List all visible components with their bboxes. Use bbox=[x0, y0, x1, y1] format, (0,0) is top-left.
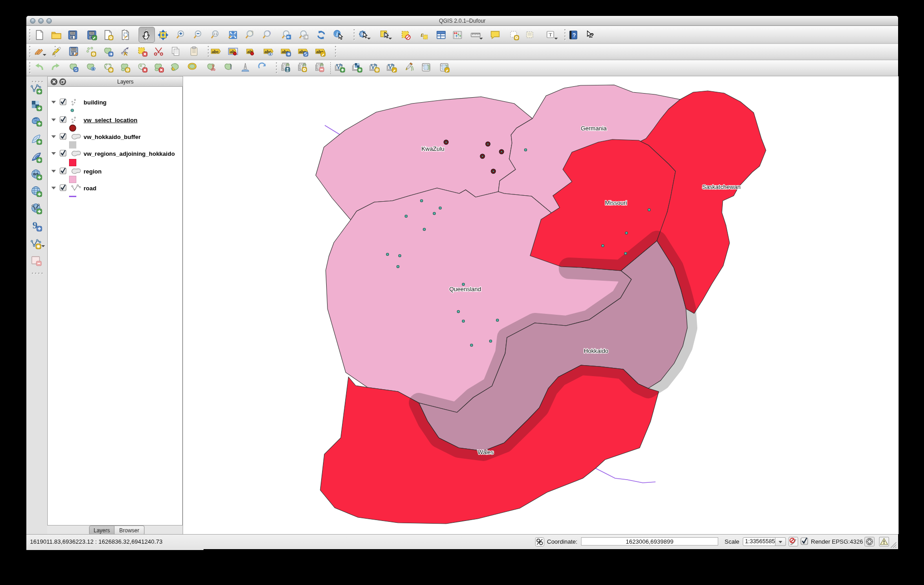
svg-text:abc: abc bbox=[212, 50, 219, 54]
svg-text:?: ? bbox=[572, 32, 576, 39]
svg-text:ε: ε bbox=[421, 31, 424, 38]
svg-text:Missouri: Missouri bbox=[605, 199, 627, 206]
svg-text:Saskatchewan: Saskatchewan bbox=[702, 183, 741, 190]
svg-text:Queensland: Queensland bbox=[449, 286, 481, 292]
svg-text:KwaZulu: KwaZulu bbox=[422, 145, 445, 152]
svg-text:Wales: Wales bbox=[477, 449, 494, 456]
svg-text:T: T bbox=[549, 32, 552, 37]
svg-text:Germania: Germania bbox=[581, 125, 607, 132]
svg-text:?: ? bbox=[590, 32, 594, 39]
svg-text:Hokkaido: Hokkaido bbox=[584, 347, 608, 354]
svg-text:1:1: 1:1 bbox=[213, 32, 217, 35]
